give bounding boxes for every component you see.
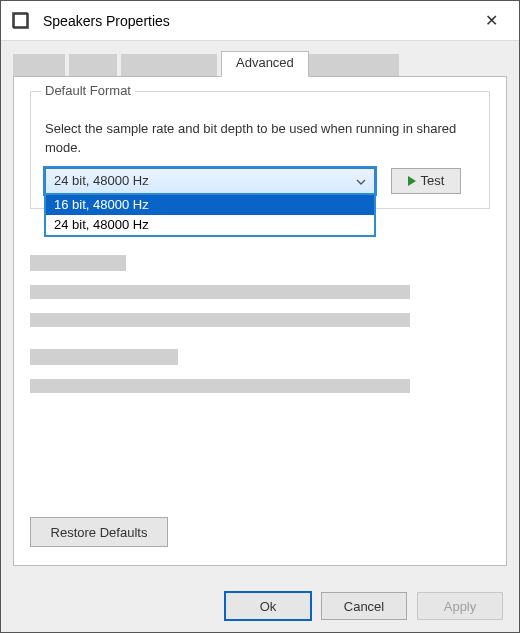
placeholder-group (30, 349, 490, 393)
format-option-label: 24 bit, 48000 Hz (54, 217, 149, 232)
placeholder-line (30, 379, 410, 393)
cancel-label: Cancel (344, 599, 384, 614)
close-button[interactable]: ✕ (471, 11, 511, 30)
placeholder-legend (30, 349, 178, 365)
apply-label: Apply (444, 599, 477, 614)
speaker-box-icon (9, 9, 33, 33)
default-format-description: Select the sample rate and bit depth to … (45, 120, 475, 158)
placeholder-line (30, 313, 410, 327)
tab-advanced[interactable]: Advanced (221, 51, 309, 77)
apply-button[interactable]: Apply (417, 592, 503, 620)
placeholder-line (30, 285, 410, 299)
restore-defaults-button[interactable]: Restore Defaults (30, 517, 168, 547)
tab-placeholder[interactable] (121, 54, 217, 76)
svg-rect-0 (14, 14, 28, 28)
chevron-down-icon (356, 173, 366, 188)
tab-placeholder[interactable] (309, 54, 399, 76)
default-format-group: Default Format Select the sample rate an… (30, 91, 490, 209)
tab-label: Advanced (236, 55, 294, 70)
restore-defaults-label: Restore Defaults (51, 525, 148, 540)
ok-label: Ok (260, 599, 277, 614)
ok-button[interactable]: Ok (225, 592, 311, 620)
titlebar: Speakers Properties ✕ (1, 1, 519, 41)
test-button[interactable]: Test (391, 168, 461, 194)
format-option[interactable]: 24 bit, 48000 Hz (46, 215, 374, 235)
tab-placeholder[interactable] (13, 54, 65, 76)
placeholder-legend (30, 255, 126, 271)
format-combo-wrap: 24 bit, 48000 Hz 16 bit, 48000 Hz 24 bit… (45, 168, 375, 194)
cancel-button[interactable]: Cancel (321, 592, 407, 620)
format-option[interactable]: 16 bit, 48000 Hz (46, 195, 374, 215)
close-icon: ✕ (485, 12, 498, 29)
format-selected-value: 24 bit, 48000 Hz (54, 173, 149, 188)
tab-content: Default Format Select the sample rate an… (13, 76, 507, 566)
dialog-footer: Ok Cancel Apply (225, 592, 503, 620)
window-title: Speakers Properties (43, 13, 471, 29)
svg-rect-1 (13, 13, 27, 27)
default-format-legend: Default Format (41, 83, 135, 98)
test-button-label: Test (421, 173, 445, 188)
play-icon (408, 176, 416, 186)
format-dropdown: 16 bit, 48000 Hz 24 bit, 48000 Hz (45, 194, 375, 236)
format-combobox[interactable]: 24 bit, 48000 Hz (45, 168, 375, 194)
placeholder-group (30, 255, 490, 327)
dialog-window: Speakers Properties ✕ Advanced Default F… (0, 0, 520, 633)
tab-placeholder[interactable] (69, 54, 117, 76)
tab-strip: Advanced (1, 41, 519, 76)
format-option-label: 16 bit, 48000 Hz (54, 197, 149, 212)
format-row: 24 bit, 48000 Hz 16 bit, 48000 Hz 24 bit… (45, 168, 475, 194)
